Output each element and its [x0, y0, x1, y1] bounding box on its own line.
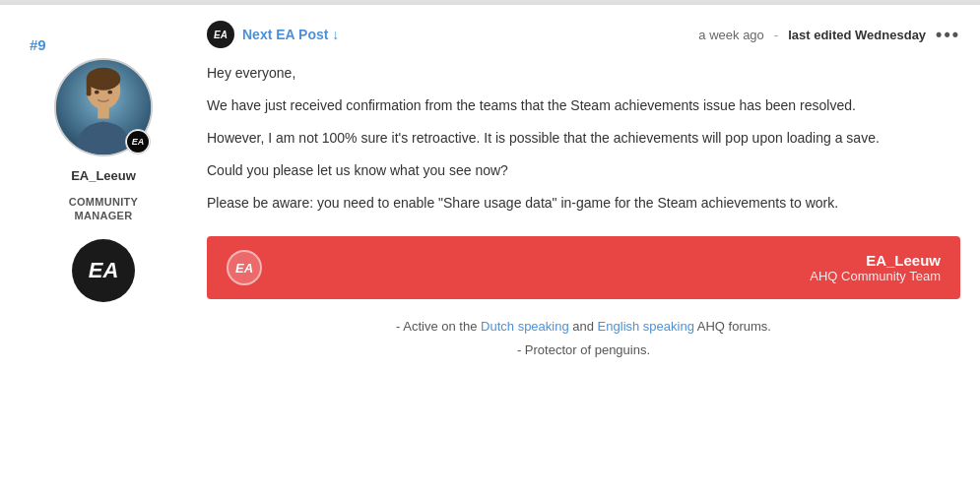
dutch-speaking-link[interactable]: Dutch speaking	[481, 319, 569, 334]
ea-logo-text: EA	[89, 258, 119, 283]
post-container: #9	[0, 3, 980, 377]
post-content: EA Next EA Post ↓ a week ago - last edit…	[187, 21, 960, 361]
post-header: EA Next EA Post ↓ a week ago - last edit…	[207, 21, 960, 48]
author-role: COMMUNITYMANAGER	[69, 195, 139, 223]
post-footer: - Active on the Dutch speaking and Engli…	[207, 315, 960, 361]
post-meta: a week ago - last edited Wednesday •••	[698, 25, 960, 45]
footer-prefix: - Active on the	[396, 319, 481, 334]
author-username[interactable]: EA_Leeuw	[71, 168, 136, 183]
ea-logo-large: EA	[72, 239, 135, 302]
next-ea-post-label[interactable]: Next EA Post ↓	[242, 27, 339, 42]
post-number: #9	[30, 36, 46, 53]
more-options-button[interactable]: •••	[936, 25, 960, 45]
english-speaking-link[interactable]: English speaking	[598, 319, 694, 334]
post-timestamp: a week ago	[698, 28, 764, 42]
body-line5: Please be aware: you need to enable "Sha…	[207, 192, 960, 215]
svg-point-6	[107, 91, 112, 94]
svg-point-2	[87, 68, 121, 91]
svg-rect-4	[98, 105, 109, 118]
next-ea-post-link[interactable]: EA Next EA Post ↓	[207, 21, 339, 48]
sig-text: EA_Leeuw AHQ Community Team	[810, 252, 941, 283]
next-ea-post-icon: EA	[207, 21, 234, 48]
body-line1: Hey everyone,	[207, 62, 960, 85]
meta-separator: -	[774, 28, 778, 42]
footer-middle: and	[569, 319, 598, 334]
footer-tagline: - Protector of penguins.	[207, 339, 960, 361]
post-body: Hey everyone, We have just received conf…	[207, 62, 960, 215]
footer-suffix: AHQ forums.	[694, 319, 771, 334]
post-edited: last edited Wednesday	[788, 28, 926, 42]
sig-team: AHQ Community Team	[810, 269, 941, 283]
svg-point-5	[95, 91, 99, 94]
signature-banner: EA EA_Leeuw AHQ Community Team	[207, 236, 960, 299]
body-line3: However, I am not 100% sure it's retroac…	[207, 127, 960, 150]
sig-ea-icon: EA	[227, 250, 262, 285]
sig-username: EA_Leeuw	[810, 252, 941, 269]
avatar-ea-badge: EA	[125, 129, 151, 155]
svg-rect-3	[87, 79, 92, 95]
body-line2: We have just received confirmation from …	[207, 94, 960, 117]
body-line4: Could you please let us know what you se…	[207, 159, 960, 182]
avatar-wrapper: EA	[54, 58, 153, 156]
footer-line1: - Active on the Dutch speaking and Engli…	[207, 315, 960, 338]
post-sidebar: #9	[20, 21, 187, 361]
ea-badge-icon: EA	[127, 131, 149, 153]
